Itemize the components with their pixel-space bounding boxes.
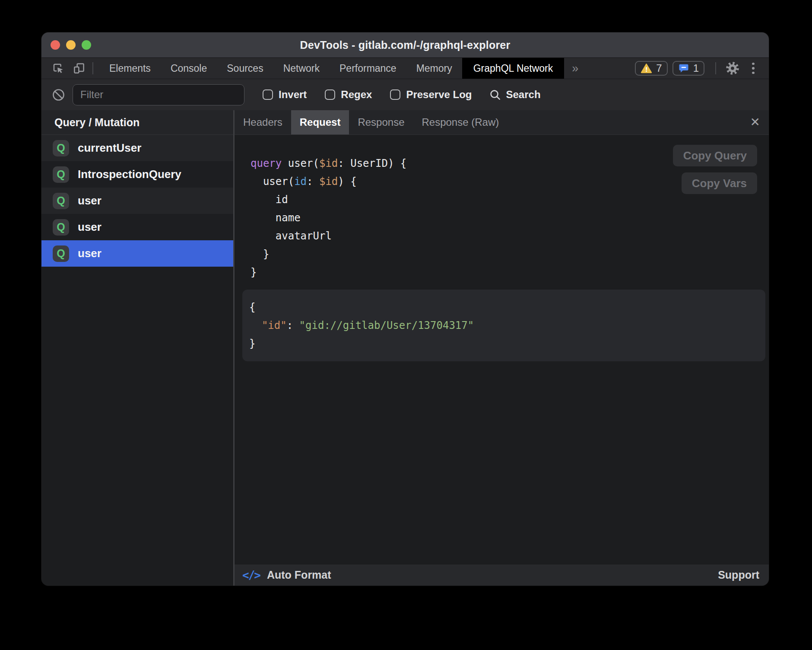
tab-sources[interactable]: Sources	[217, 58, 273, 79]
devtools-window: DevTools - gitlab.com/-/graphql-explorer…	[41, 32, 769, 586]
query-type-badge: Q	[53, 219, 69, 236]
query-list-item-label: user	[78, 194, 102, 207]
tab-performance[interactable]: Performance	[330, 58, 406, 79]
invert-checkbox-group[interactable]: Invert	[263, 89, 307, 101]
tab-headers[interactable]: Headers	[235, 110, 291, 134]
tab-elements[interactable]: Elements	[99, 58, 161, 79]
query-list-item-label: IntrospectionQuery	[78, 168, 181, 181]
tab-response-raw[interactable]: Response (Raw)	[413, 110, 508, 134]
query-type-badge: Q	[53, 166, 69, 183]
inspect-element-icon[interactable]	[51, 61, 66, 76]
query-list-item-user-1[interactable]: Q user	[41, 188, 233, 214]
message-bubble-icon	[678, 63, 689, 74]
clear-block-icon[interactable]	[52, 88, 65, 102]
tab-graphql-network[interactable]: GraphQL Network	[462, 58, 565, 79]
request-tab-content: query user($id: UserID) { user(id: $id) …	[235, 135, 769, 564]
warning-icon	[641, 63, 652, 74]
detail-tab-bar: Headers Request Response Response (Raw) …	[235, 110, 769, 135]
query-list-item-label: user	[78, 220, 102, 234]
close-window-button[interactable]	[51, 40, 60, 50]
titlebar: DevTools - gitlab.com/-/graphql-explorer	[41, 32, 769, 57]
tab-network[interactable]: Network	[273, 58, 330, 79]
query-type-badge: Q	[53, 245, 69, 262]
regex-checkbox-group[interactable]: Regex	[325, 89, 372, 101]
search-label: Search	[506, 89, 540, 101]
query-type-badge: Q	[53, 193, 69, 209]
query-list-header: Query / Mutation	[41, 110, 233, 135]
zoom-window-button[interactable]	[82, 40, 91, 50]
auto-format-button[interactable]: Auto Format	[267, 569, 331, 581]
regex-label: Regex	[341, 89, 372, 101]
request-detail-panel: Headers Request Response Response (Raw) …	[235, 110, 769, 586]
query-list-item-currentuser[interactable]: Q currentUser	[41, 135, 233, 161]
query-list-sidebar: Query / Mutation Q currentUser Q Introsp…	[41, 110, 233, 586]
window-title: DevTools - gitlab.com/-/graphql-explorer	[41, 39, 769, 51]
preserve-log-checkbox-group[interactable]: Preserve Log	[390, 89, 472, 101]
request-variables-box: { "id": "gid://gitlab/User/13704317"}	[242, 290, 765, 361]
copy-vars-button[interactable]: Copy Vars	[682, 172, 757, 194]
tab-memory[interactable]: Memory	[406, 58, 462, 79]
device-toolbar-icon[interactable]	[72, 61, 86, 76]
preserve-log-checkbox[interactable]	[390, 89, 400, 100]
divider	[715, 62, 716, 74]
messages-count: 1	[693, 62, 699, 74]
filter-input[interactable]	[73, 84, 244, 105]
minimize-window-button[interactable]	[66, 40, 76, 50]
copy-query-button[interactable]: Copy Query	[673, 145, 757, 166]
query-list-item-user-2[interactable]: Q user	[41, 214, 233, 240]
tab-request[interactable]: Request	[291, 110, 349, 134]
preserve-log-label: Preserve Log	[406, 89, 472, 101]
traffic-lights	[51, 32, 91, 57]
query-list-item-introspectionquery[interactable]: Q IntrospectionQuery	[41, 161, 233, 188]
query-list-item-label: currentUser	[78, 141, 141, 155]
messages-badge[interactable]: 1	[672, 61, 704, 76]
more-options-kebab-icon[interactable]	[745, 61, 761, 76]
devtools-tab-strip: Elements Console Sources Network Perform…	[41, 57, 769, 79]
warnings-badge[interactable]: 7	[635, 61, 667, 76]
request-variables-code: { "id": "gid://gitlab/User/13704317"}	[249, 298, 757, 353]
tab-console[interactable]: Console	[161, 58, 217, 79]
auto-format-code-icon: </>	[242, 569, 260, 582]
invert-label: Invert	[279, 89, 307, 101]
divider	[92, 62, 93, 74]
query-list-item-label: user	[78, 247, 102, 260]
query-type-badge: Q	[53, 140, 69, 156]
close-detail-icon[interactable]: ✕	[750, 116, 760, 128]
filter-toolbar: Invert Regex Preserve Log Search	[41, 79, 769, 110]
settings-gear-icon[interactable]	[725, 61, 740, 76]
more-tabs-chevron-icon[interactable]: »	[564, 62, 586, 75]
panel-footer: </> Auto Format Support	[235, 564, 769, 586]
warnings-count: 7	[656, 62, 662, 74]
regex-checkbox[interactable]	[325, 89, 335, 100]
devtools-body: Query / Mutation Q currentUser Q Introsp…	[41, 110, 769, 586]
support-link[interactable]: Support	[718, 569, 759, 581]
tab-response[interactable]: Response	[349, 110, 413, 134]
invert-checkbox[interactable]	[263, 89, 273, 100]
query-list-item-user-3-selected[interactable]: Q user	[41, 240, 233, 267]
search-control[interactable]: Search	[489, 89, 540, 101]
search-icon	[489, 89, 501, 101]
